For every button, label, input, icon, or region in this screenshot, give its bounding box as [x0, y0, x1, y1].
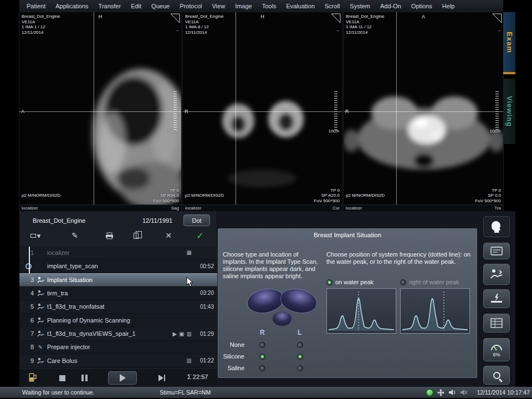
- step-implant-type-scan[interactable]: implant_type_scan 00:52: [19, 259, 217, 273]
- status-bar: Waiting for user to continue. Stimu=FL S…: [0, 387, 532, 398]
- menu-applications[interactable]: Applications: [50, 3, 93, 9]
- menu-tools[interactable]: Tools: [257, 3, 282, 9]
- next-image-icon[interactable]: →: [175, 28, 179, 33]
- radio-icon[interactable]: [400, 279, 406, 285]
- table-motion-button[interactable]: [483, 289, 510, 308]
- film-icon: ▥: [187, 357, 192, 364]
- orientation-top: H: [99, 14, 103, 20]
- step-planning-dynamic-scanning[interactable]: 6 Planning of Dynamic Scanning: [19, 314, 217, 327]
- page-fold-icon[interactable]: [170, 13, 181, 24]
- next-image-icon[interactable]: →: [335, 28, 340, 33]
- crosshair-vertical[interactable]: [236, 12, 236, 204]
- patient-communication-button[interactable]: [483, 216, 510, 237]
- confirm-step-button[interactable]: ✓: [190, 229, 210, 242]
- step-localizer[interactable]: 1 localizer ▦: [19, 246, 217, 259]
- step-t1-fl3d-tra-dynaviews[interactable]: 7 t1_fl3d_tra_dynaVIEWS_spair_1 ▶ ▣ ▥ 01…: [19, 327, 217, 340]
- menu-options[interactable]: Options: [406, 3, 437, 9]
- pan-icon[interactable]: [437, 389, 444, 396]
- close-icon: ✕: [165, 231, 172, 240]
- crosshair-horizontal[interactable]: [183, 111, 342, 112]
- crosshair-horizontal[interactable]: [344, 111, 503, 112]
- crosshair-horizontal[interactable]: [19, 111, 181, 112]
- print-button[interactable]: [100, 229, 118, 242]
- menu-scroll[interactable]: Scroll: [320, 3, 345, 9]
- patient-move-icon: [490, 268, 503, 280]
- menu-edit[interactable]: Edit: [126, 3, 146, 9]
- menu-patient[interactable]: Patient: [22, 3, 50, 9]
- menu-help[interactable]: Help: [437, 3, 460, 9]
- patient-step-icon: [37, 357, 44, 364]
- breast-implant-situation-dialog: Breast Implant Situation Choose type and…: [218, 228, 477, 378]
- page-fold-icon[interactable]: [330, 13, 341, 24]
- protocol-table-button[interactable]: [483, 314, 510, 332]
- menu-view[interactable]: View: [207, 3, 230, 9]
- radio-right-of-water-peak[interactable]: right of water peak: [400, 279, 459, 285]
- pause-button[interactable]: [78, 372, 90, 384]
- menu-protocol[interactable]: Protocol: [175, 3, 207, 9]
- viewport-footer: localizer Sag: [19, 204, 181, 211]
- image-annotation-coil: p2 M/NORM/DIS2D: [346, 193, 385, 198]
- cancel-step-button[interactable]: ✕: [159, 229, 178, 242]
- image-annotation-topleft: Breast_Dot_EngineVE11A 1 IMA 11 / 1212/1…: [346, 14, 384, 35]
- zoom-button[interactable]: [483, 366, 510, 385]
- menu-image[interactable]: Image: [230, 3, 257, 9]
- scale-label: 10cm: [489, 129, 500, 134]
- label-right-side: R: [260, 329, 265, 336]
- injector-icon[interactable]: [27, 372, 37, 383]
- menu-queue[interactable]: Queue: [146, 3, 175, 9]
- sar-gauge-button[interactable]: 6%: [483, 338, 510, 361]
- menu-transfer[interactable]: Transfer: [94, 3, 126, 9]
- viewport-axial[interactable]: 10cm → Breast_Dot_EngineVE11A 1 IMA 11 /…: [344, 12, 503, 211]
- patient-step-icon: [37, 277, 44, 283]
- play-icon: [120, 374, 126, 382]
- step-prepare-injector[interactable]: 8 ✎ Prepare injector: [19, 341, 217, 354]
- start-scan-button[interactable]: [108, 371, 137, 385]
- radio-on-water-peak[interactable]: on water peak: [326, 279, 374, 285]
- page-fold-icon[interactable]: [492, 13, 503, 24]
- radio-silicone-left[interactable]: [297, 354, 303, 360]
- plane-label: Tra: [494, 206, 501, 211]
- dot-button[interactable]: Dot: [183, 214, 210, 226]
- window-icon: [30, 234, 36, 238]
- radio-none-left[interactable]: [297, 342, 303, 348]
- sequence-name: localizer: [346, 206, 362, 211]
- protocol-step-list: 1 localizer ▦ implant_type_scan 00:52 3: [19, 246, 217, 368]
- pencil-icon: ✎: [38, 344, 43, 350]
- tab-viewing[interactable]: Viewing: [503, 79, 515, 144]
- image-annotation-topleft: Breast_Dot_EngineVE11A 1 IMA 8 / 1212/11…: [185, 14, 223, 35]
- scale-ruler: [495, 91, 499, 131]
- tab-exam[interactable]: Exam: [503, 12, 515, 74]
- scale-ruler: [334, 91, 337, 131]
- stop-button[interactable]: [56, 372, 68, 384]
- radio-silicone-right[interactable]: [259, 354, 265, 360]
- exam-protocol-panel: Breast_Dot_Engine 12/11/1991 Dot ▾ ✎: [19, 211, 217, 387]
- step-care-bolus[interactable]: 9 Care Bolus ▥ 01:22: [19, 354, 217, 367]
- menu-evaluation[interactable]: Evaluation: [281, 3, 319, 9]
- patient-step-icon: [37, 303, 44, 310]
- next-image-icon[interactable]: →: [497, 28, 501, 33]
- menu-addon[interactable]: Add-On: [375, 3, 406, 9]
- speaker-muted-icon[interactable]: [460, 389, 468, 396]
- patient-position-button[interactable]: [483, 264, 510, 285]
- dropdown-icon: ▾: [37, 232, 41, 240]
- edit-protocol-button[interactable]: ✎: [66, 229, 84, 242]
- radio-icon[interactable]: [326, 279, 332, 285]
- viewport-coronal[interactable]: 10cm → Breast_Dot_EngineVE11A 1 IMA 8 / …: [183, 12, 342, 211]
- play-indicator-icon: ▶: [172, 331, 177, 337]
- crosshair-vertical[interactable]: [396, 12, 397, 204]
- speaker-icon[interactable]: [448, 389, 456, 396]
- radio-saline-left[interactable]: [297, 365, 303, 371]
- step-t1-fl3d-tra-nonfatsat[interactable]: 5 t1_fl3d_tra_nonfatsat 01:43: [19, 300, 217, 314]
- menu-system[interactable]: System: [345, 3, 375, 9]
- radio-saline-right[interactable]: [259, 365, 265, 371]
- copy-button[interactable]: [127, 229, 145, 242]
- magnifier-icon: [493, 372, 500, 379]
- scan-transport-controls: Σ 22:57: [19, 369, 217, 387]
- step-tirm-tra[interactable]: 4 tirm_tra 03:20: [19, 287, 217, 300]
- crosshair-vertical[interactable]: [94, 12, 94, 204]
- exam-card-button[interactable]: [483, 243, 510, 259]
- radio-none-right[interactable]: [259, 342, 265, 348]
- view-options-button[interactable]: ▾: [24, 229, 47, 242]
- viewport-sagittal[interactable]: 10cm → Breast_Dot_EngineVE11A 1 IMA 1 / …: [19, 12, 181, 211]
- skip-button[interactable]: [155, 372, 169, 384]
